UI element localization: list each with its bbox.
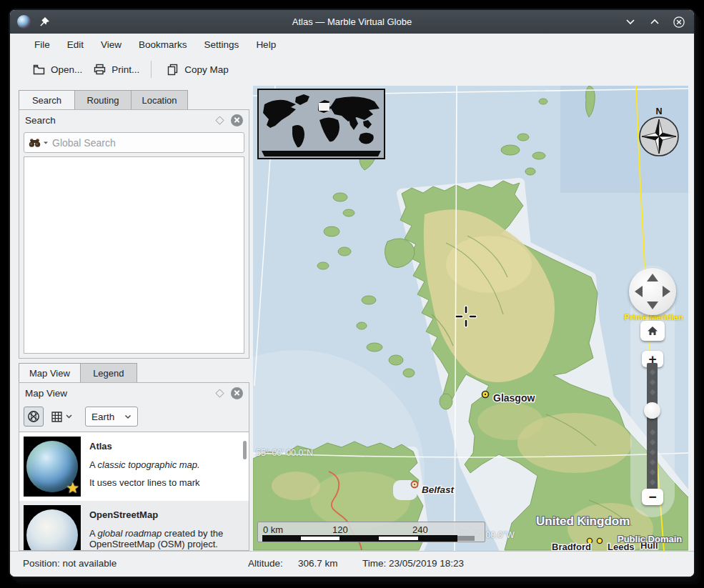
osm-thumbnail bbox=[24, 505, 81, 550]
map-theme-desc: A global roadmap created by the OpenStre… bbox=[89, 528, 244, 550]
city-label-belfast: Belfast bbox=[422, 484, 455, 495]
pan-left-arrow-icon bbox=[635, 286, 643, 297]
search-field[interactable] bbox=[24, 132, 244, 153]
zoom-out-button[interactable]: − bbox=[642, 489, 663, 505]
tab-search[interactable]: Search bbox=[19, 90, 75, 109]
pan-right-arrow-icon bbox=[663, 286, 670, 297]
menu-file[interactable]: File bbox=[27, 36, 57, 53]
marble-globe-icon bbox=[17, 15, 31, 29]
overview-map[interactable] bbox=[257, 89, 385, 159]
minimize-button[interactable] bbox=[624, 16, 637, 29]
scale-end: 240 bbox=[412, 524, 428, 535]
search-dock: Search bbox=[19, 109, 249, 359]
open-label: Open... bbox=[51, 64, 82, 75]
diamond-icon[interactable] bbox=[215, 116, 224, 124]
list-item-atlas[interactable]: ★ Atlas A classic topographic map. It us… bbox=[19, 432, 249, 501]
search-dock-header: Search bbox=[19, 110, 249, 130]
binoculars-icon bbox=[29, 138, 41, 148]
search-dock-title: Search bbox=[25, 115, 216, 126]
chevron-down-icon bbox=[124, 414, 132, 419]
window-title: Atlas — Marble Virtual Globe bbox=[10, 16, 694, 27]
menu-help[interactable]: Help bbox=[249, 36, 283, 53]
main-toolbar: Open... Print... Copy Map bbox=[10, 55, 694, 84]
folder-icon bbox=[33, 64, 45, 75]
globe-icon bbox=[27, 410, 40, 423]
chevron-down-icon[interactable] bbox=[43, 141, 49, 145]
pushpin-icon[interactable] bbox=[39, 16, 50, 27]
app-window: Atlas — Marble Virtual Globe File Edit V… bbox=[9, 9, 695, 578]
list-scrollbar[interactable] bbox=[243, 441, 247, 459]
map-theme-desc2: It uses vector lines to mark bbox=[89, 477, 200, 489]
map-theme-desc: A classic topographic map. bbox=[89, 459, 200, 471]
left-panel: Search Routing Location Search bbox=[19, 86, 249, 551]
menu-edit[interactable]: Edit bbox=[60, 36, 91, 53]
dock-tabs-top: Search Routing Location bbox=[19, 90, 188, 109]
mapview-dock-header: Map View bbox=[19, 383, 249, 403]
tab-legend[interactable]: Legend bbox=[81, 363, 137, 382]
home-icon bbox=[647, 326, 658, 336]
pan-up-arrow-icon bbox=[647, 274, 658, 281]
celestial-body-select[interactable]: Earth bbox=[85, 407, 138, 427]
map-theme-list: ★ Atlas A classic topographic map. It us… bbox=[19, 432, 249, 550]
favorite-star-icon[interactable]: ★ bbox=[66, 479, 79, 497]
pan-dpad[interactable] bbox=[629, 268, 676, 315]
round-close-icon[interactable] bbox=[231, 114, 243, 126]
menu-view[interactable]: View bbox=[94, 36, 129, 53]
maximize-button[interactable] bbox=[648, 16, 661, 29]
compass-icon: N bbox=[638, 106, 680, 157]
statusbar: Position: not available Altitude: 306.7 … bbox=[10, 551, 694, 578]
zoom-slider-track[interactable] bbox=[647, 363, 658, 496]
compass-n-label: N bbox=[655, 106, 662, 116]
country-label: United Kingdom bbox=[536, 514, 630, 529]
diamond-icon[interactable] bbox=[215, 389, 224, 397]
copy-map-label: Copy Map bbox=[184, 64, 229, 75]
map-theme-desc2: OpenStreetMap (OSM) project. bbox=[89, 539, 218, 549]
city-label-bradford: Bradford bbox=[552, 542, 591, 551]
tab-location[interactable]: Location bbox=[132, 90, 188, 109]
dock-tabs-bottom: Map View Legend bbox=[19, 363, 137, 382]
map-theme-title: Atlas bbox=[89, 441, 200, 452]
copy-map-button[interactable]: Copy Map bbox=[162, 59, 234, 80]
latitude-label: 55° 00' 00.0"N bbox=[256, 448, 313, 458]
atlas-thumbnail: ★ bbox=[24, 437, 81, 497]
map-canvas[interactable]: Glasgow Belfast Bradford Leeds Hull 55° … bbox=[253, 86, 688, 551]
search-input[interactable] bbox=[52, 137, 239, 149]
printer-icon bbox=[94, 64, 106, 75]
menu-settings[interactable]: Settings bbox=[197, 36, 247, 53]
mapview-toolbar: Earth bbox=[24, 404, 138, 429]
status-altitude-label: Altitude: bbox=[248, 558, 283, 569]
menubar: File Edit View Bookmarks Settings Help bbox=[10, 34, 694, 55]
menu-bookmarks[interactable]: Bookmarks bbox=[132, 36, 194, 53]
toolbar-separator bbox=[151, 61, 152, 78]
status-altitude-value: 306.7 km bbox=[298, 558, 338, 569]
tab-routing[interactable]: Routing bbox=[75, 90, 132, 109]
attribution-label: Public Domain bbox=[618, 534, 682, 544]
round-close-icon[interactable] bbox=[231, 387, 243, 399]
print-label: Print... bbox=[111, 64, 139, 75]
search-results-list[interactable] bbox=[24, 156, 244, 354]
scale-mid: 120 bbox=[332, 524, 348, 535]
globe-projection-button[interactable] bbox=[24, 407, 44, 427]
city-label-glasgow: Glasgow bbox=[493, 392, 535, 404]
zoom-slider-thumb[interactable] bbox=[644, 402, 660, 419]
home-button[interactable] bbox=[640, 321, 665, 341]
map-theme-title: OpenStreetMap bbox=[89, 509, 244, 521]
titlebar: Atlas — Marble Virtual Globe bbox=[10, 10, 694, 34]
celestial-body-value: Earth bbox=[91, 412, 114, 422]
scale-bar: 0 km 120 240 bbox=[257, 522, 485, 542]
celestial-body-button[interactable] bbox=[48, 407, 75, 427]
open-button[interactable]: Open... bbox=[27, 60, 88, 79]
close-button[interactable] bbox=[673, 16, 685, 29]
tab-map-view[interactable]: Map View bbox=[19, 363, 81, 382]
copy-pages-icon bbox=[167, 64, 179, 76]
list-item-openstreetmap[interactable]: OpenStreetMap A global roadmap created b… bbox=[19, 501, 249, 550]
mapview-dock-title: Map View bbox=[25, 388, 216, 399]
grid-icon bbox=[51, 411, 63, 423]
mapview-dock: Map View bbox=[19, 382, 249, 551]
pan-down-arrow-icon bbox=[647, 302, 658, 309]
status-time: Time: 23/05/2019 18:23 bbox=[362, 558, 464, 569]
scale-zero: 0 km bbox=[263, 524, 283, 535]
chevron-down-icon bbox=[66, 414, 72, 419]
print-button[interactable]: Print... bbox=[88, 59, 145, 79]
status-position: Position: not available bbox=[23, 558, 116, 569]
